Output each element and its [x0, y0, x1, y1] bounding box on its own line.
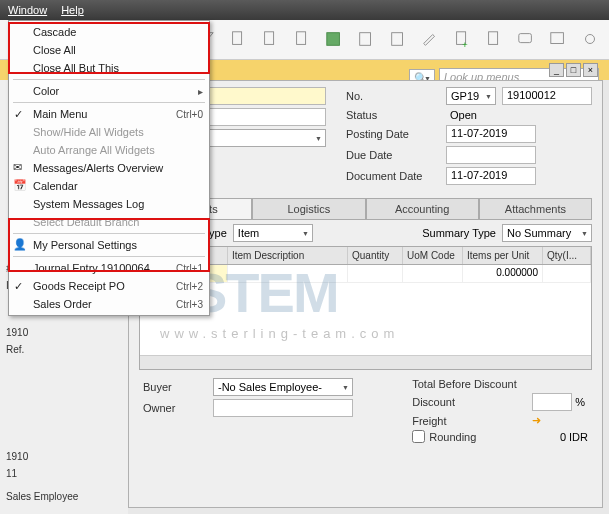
- menu-help[interactable]: Help: [61, 4, 84, 16]
- left-1910: 1910: [0, 324, 90, 341]
- table-icon[interactable]: [549, 30, 567, 50]
- cell-unit[interactable]: 0.000000: [463, 265, 543, 282]
- col-qty[interactable]: Quantity: [348, 247, 403, 264]
- primary-input[interactable]: [206, 87, 326, 105]
- doc-icon[interactable]: [229, 30, 247, 50]
- gear-icon[interactable]: [581, 30, 599, 50]
- doc-number-field[interactable]: 19100012: [502, 87, 592, 105]
- menu-journal-entry[interactable]: Journal Entry 19100064Ctrl+1: [9, 259, 209, 277]
- envelope-icon: ✉: [13, 161, 27, 175]
- summary-type-select[interactable]: No Summary: [502, 224, 592, 242]
- chat-icon[interactable]: [517, 30, 535, 50]
- col-desc[interactable]: Item Description: [228, 247, 348, 264]
- person-icon: 👤: [13, 238, 27, 252]
- window-dropdown: Cascade Close All Close All But This Col…: [8, 20, 210, 316]
- posting-date-field[interactable]: 11-07-2019: [446, 125, 536, 143]
- menu-select-default-branch: Select Default Branch: [9, 213, 209, 231]
- maximize-button[interactable]: □: [566, 63, 581, 77]
- arrow-icon[interactable]: ➜: [532, 414, 541, 427]
- status-value: Open: [446, 108, 481, 122]
- item-service-type-select[interactable]: Item: [233, 224, 313, 242]
- excel-icon[interactable]: [325, 30, 343, 50]
- sales-employee-label: Sales Employee: [0, 488, 90, 505]
- menu-main-menu[interactable]: ✓Main MenuCtrl+0: [9, 105, 209, 123]
- status-label: Status: [346, 109, 446, 121]
- doc-check-icon[interactable]: [485, 30, 503, 50]
- layout-icon[interactable]: [389, 30, 407, 50]
- doc-icon[interactable]: [293, 30, 311, 50]
- secondary-input[interactable]: [206, 108, 326, 126]
- svg-rect-10: [519, 33, 532, 42]
- rounding-value: 0 IDR: [560, 431, 588, 443]
- svg-rect-9: [489, 31, 498, 44]
- menubar: Window Help: [0, 0, 609, 20]
- tab-attachments[interactable]: Attachments: [479, 198, 592, 219]
- col-qtyi[interactable]: Qty(I...: [543, 247, 591, 264]
- menu-window[interactable]: Window: [8, 4, 47, 16]
- tab-accounting[interactable]: Accounting: [366, 198, 479, 219]
- pencil-icon[interactable]: [421, 30, 439, 50]
- svg-rect-2: [265, 31, 274, 44]
- svg-rect-4: [327, 32, 340, 45]
- discount-field[interactable]: [532, 393, 572, 411]
- horizontal-scrollbar[interactable]: [140, 355, 591, 369]
- minimize-button[interactable]: _: [549, 63, 564, 77]
- menu-goods-receipt-po[interactable]: ✓Goods Receipt POCtrl+2: [9, 277, 209, 295]
- total-before-discount-label: Total Before Discount: [412, 378, 532, 390]
- document-date-field[interactable]: 11-07-2019: [446, 167, 536, 185]
- owner-field[interactable]: [213, 399, 353, 417]
- no-series-select[interactable]: GP19: [446, 87, 496, 105]
- menu-cascade[interactable]: Cascade: [9, 23, 209, 41]
- freight-label: Freight: [412, 415, 532, 427]
- summary-type-label: Summary Type: [422, 227, 496, 239]
- left-11: 11: [0, 465, 90, 482]
- menu-close-all[interactable]: Close All: [9, 41, 209, 59]
- check-icon: ✓: [14, 108, 23, 121]
- svg-rect-6: [392, 32, 403, 45]
- pct-label: %: [575, 396, 585, 408]
- rounding-checkbox[interactable]: [412, 430, 425, 443]
- col-uom[interactable]: UoM Code: [403, 247, 463, 264]
- buyer-label: Buyer: [143, 381, 213, 393]
- left-ref: Ref.: [0, 341, 90, 358]
- menu-color[interactable]: Color▸: [9, 82, 209, 100]
- doc-icon[interactable]: [261, 30, 279, 50]
- menu-messages-alerts[interactable]: ✉Messages/Alerts Overview: [9, 159, 209, 177]
- rounding-label: Rounding: [429, 431, 509, 443]
- doc-plus-icon[interactable]: +: [453, 30, 471, 50]
- menu-sales-order[interactable]: Sales OrderCtrl+3: [9, 295, 209, 313]
- col-unit[interactable]: Items per Unit: [463, 247, 543, 264]
- due-date-label: Due Date: [346, 149, 446, 161]
- secondary-select[interactable]: [206, 129, 326, 147]
- svg-point-12: [586, 34, 595, 43]
- svg-text:+: +: [462, 39, 468, 48]
- svg-rect-1: [233, 31, 242, 44]
- due-date-field[interactable]: [446, 146, 536, 164]
- svg-rect-5: [360, 32, 371, 45]
- cell-qtyi[interactable]: [543, 265, 591, 282]
- discount-label: Discount: [412, 396, 532, 408]
- menu-auto-arrange-widgets: Auto Arrange All Widgets: [9, 141, 209, 159]
- buyer-select[interactable]: -No Sales Employee-: [213, 378, 353, 396]
- svg-rect-11: [551, 32, 564, 43]
- owner-label: Owner: [143, 402, 213, 414]
- close-button[interactable]: ×: [583, 63, 598, 77]
- cell-uom[interactable]: [403, 265, 463, 282]
- menu-show-hide-widgets: Show/Hide All Widgets: [9, 123, 209, 141]
- menu-calendar[interactable]: 📅Calendar: [9, 177, 209, 195]
- left-1910b: 1910: [0, 448, 90, 465]
- report-icon[interactable]: [357, 30, 375, 50]
- cell-qty[interactable]: [348, 265, 403, 282]
- check-icon: ✓: [14, 280, 23, 293]
- no-label: No.: [346, 90, 446, 102]
- calendar-icon: 📅: [13, 179, 27, 193]
- posting-date-label: Posting Date: [346, 128, 446, 140]
- svg-rect-3: [297, 31, 306, 44]
- tab-logistics[interactable]: Logistics: [252, 198, 365, 219]
- cell-desc[interactable]: [228, 265, 348, 282]
- menu-close-all-but-this[interactable]: Close All But This: [9, 59, 209, 77]
- menu-my-personal-settings[interactable]: 👤My Personal Settings: [9, 236, 209, 254]
- document-date-label: Document Date: [346, 170, 446, 182]
- menu-system-messages-log[interactable]: System Messages Log: [9, 195, 209, 213]
